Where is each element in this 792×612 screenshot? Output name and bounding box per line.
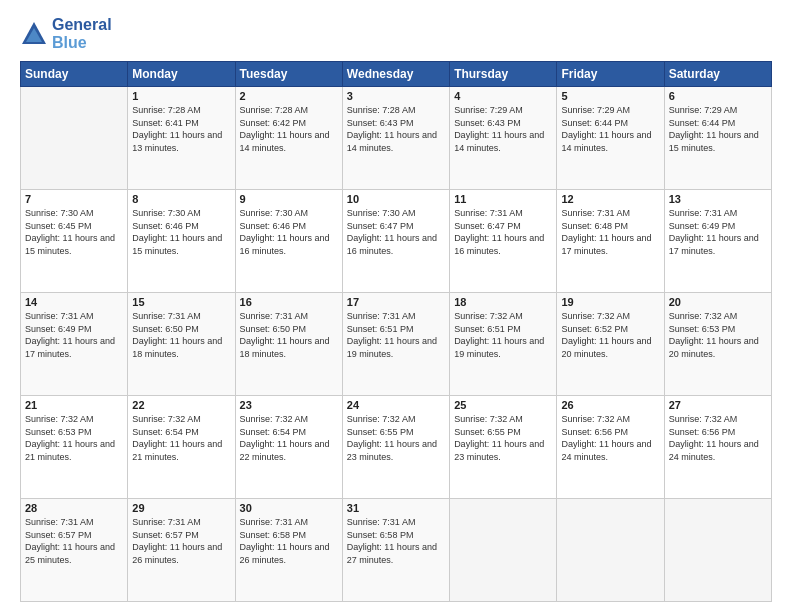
calendar-day: 26Sunrise: 7:32 AMSunset: 6:56 PMDayligh… xyxy=(557,396,664,499)
day-info: Sunrise: 7:31 AMSunset: 6:49 PMDaylight:… xyxy=(25,310,123,360)
calendar-day: 15Sunrise: 7:31 AMSunset: 6:50 PMDayligh… xyxy=(128,293,235,396)
day-number: 30 xyxy=(240,502,338,514)
day-info: Sunrise: 7:32 AMSunset: 6:56 PMDaylight:… xyxy=(561,413,659,463)
day-info: Sunrise: 7:32 AMSunset: 6:52 PMDaylight:… xyxy=(561,310,659,360)
day-info: Sunrise: 7:31 AMSunset: 6:49 PMDaylight:… xyxy=(669,207,767,257)
day-number: 25 xyxy=(454,399,552,411)
calendar-day: 21Sunrise: 7:32 AMSunset: 6:53 PMDayligh… xyxy=(21,396,128,499)
calendar-day: 30Sunrise: 7:31 AMSunset: 6:58 PMDayligh… xyxy=(235,499,342,602)
day-number: 5 xyxy=(561,90,659,102)
day-info: Sunrise: 7:32 AMSunset: 6:54 PMDaylight:… xyxy=(240,413,338,463)
day-number: 9 xyxy=(240,193,338,205)
weekday-header: Wednesday xyxy=(342,62,449,87)
calendar-week: 14Sunrise: 7:31 AMSunset: 6:49 PMDayligh… xyxy=(21,293,772,396)
day-number: 20 xyxy=(669,296,767,308)
calendar-day: 2Sunrise: 7:28 AMSunset: 6:42 PMDaylight… xyxy=(235,87,342,190)
calendar-week: 28Sunrise: 7:31 AMSunset: 6:57 PMDayligh… xyxy=(21,499,772,602)
day-number: 13 xyxy=(669,193,767,205)
calendar-day: 17Sunrise: 7:31 AMSunset: 6:51 PMDayligh… xyxy=(342,293,449,396)
day-number: 19 xyxy=(561,296,659,308)
day-number: 2 xyxy=(240,90,338,102)
calendar-day: 5Sunrise: 7:29 AMSunset: 6:44 PMDaylight… xyxy=(557,87,664,190)
day-number: 15 xyxy=(132,296,230,308)
day-number: 1 xyxy=(132,90,230,102)
calendar-day: 6Sunrise: 7:29 AMSunset: 6:44 PMDaylight… xyxy=(664,87,771,190)
calendar-day: 27Sunrise: 7:32 AMSunset: 6:56 PMDayligh… xyxy=(664,396,771,499)
calendar-week: 21Sunrise: 7:32 AMSunset: 6:53 PMDayligh… xyxy=(21,396,772,499)
calendar-day: 1Sunrise: 7:28 AMSunset: 6:41 PMDaylight… xyxy=(128,87,235,190)
calendar-day: 4Sunrise: 7:29 AMSunset: 6:43 PMDaylight… xyxy=(450,87,557,190)
day-info: Sunrise: 7:28 AMSunset: 6:41 PMDaylight:… xyxy=(132,104,230,154)
calendar-day xyxy=(450,499,557,602)
day-number: 26 xyxy=(561,399,659,411)
weekday-header: Tuesday xyxy=(235,62,342,87)
calendar-day: 12Sunrise: 7:31 AMSunset: 6:48 PMDayligh… xyxy=(557,190,664,293)
day-info: Sunrise: 7:30 AMSunset: 6:47 PMDaylight:… xyxy=(347,207,445,257)
weekday-header: Thursday xyxy=(450,62,557,87)
calendar-day: 8Sunrise: 7:30 AMSunset: 6:46 PMDaylight… xyxy=(128,190,235,293)
day-info: Sunrise: 7:29 AMSunset: 6:44 PMDaylight:… xyxy=(561,104,659,154)
day-info: Sunrise: 7:30 AMSunset: 6:46 PMDaylight:… xyxy=(240,207,338,257)
day-number: 3 xyxy=(347,90,445,102)
day-info: Sunrise: 7:28 AMSunset: 6:42 PMDaylight:… xyxy=(240,104,338,154)
day-info: Sunrise: 7:31 AMSunset: 6:48 PMDaylight:… xyxy=(561,207,659,257)
page: General Blue SundayMondayTuesdayWednesda… xyxy=(0,0,792,612)
day-number: 4 xyxy=(454,90,552,102)
calendar-day: 29Sunrise: 7:31 AMSunset: 6:57 PMDayligh… xyxy=(128,499,235,602)
calendar-day: 9Sunrise: 7:30 AMSunset: 6:46 PMDaylight… xyxy=(235,190,342,293)
calendar-day: 16Sunrise: 7:31 AMSunset: 6:50 PMDayligh… xyxy=(235,293,342,396)
day-info: Sunrise: 7:32 AMSunset: 6:51 PMDaylight:… xyxy=(454,310,552,360)
day-number: 11 xyxy=(454,193,552,205)
day-info: Sunrise: 7:31 AMSunset: 6:50 PMDaylight:… xyxy=(132,310,230,360)
day-number: 12 xyxy=(561,193,659,205)
logo-icon xyxy=(20,20,48,48)
day-info: Sunrise: 7:31 AMSunset: 6:58 PMDaylight:… xyxy=(240,516,338,566)
calendar-body: 1Sunrise: 7:28 AMSunset: 6:41 PMDaylight… xyxy=(21,87,772,602)
calendar-day: 13Sunrise: 7:31 AMSunset: 6:49 PMDayligh… xyxy=(664,190,771,293)
day-info: Sunrise: 7:30 AMSunset: 6:46 PMDaylight:… xyxy=(132,207,230,257)
calendar-day: 23Sunrise: 7:32 AMSunset: 6:54 PMDayligh… xyxy=(235,396,342,499)
day-number: 21 xyxy=(25,399,123,411)
weekday-header: Friday xyxy=(557,62,664,87)
day-number: 24 xyxy=(347,399,445,411)
day-info: Sunrise: 7:32 AMSunset: 6:55 PMDaylight:… xyxy=(347,413,445,463)
day-number: 27 xyxy=(669,399,767,411)
calendar-week: 7Sunrise: 7:30 AMSunset: 6:45 PMDaylight… xyxy=(21,190,772,293)
calendar-day xyxy=(664,499,771,602)
day-info: Sunrise: 7:29 AMSunset: 6:43 PMDaylight:… xyxy=(454,104,552,154)
day-number: 23 xyxy=(240,399,338,411)
calendar-day xyxy=(557,499,664,602)
day-number: 18 xyxy=(454,296,552,308)
day-number: 6 xyxy=(669,90,767,102)
calendar-day: 25Sunrise: 7:32 AMSunset: 6:55 PMDayligh… xyxy=(450,396,557,499)
day-info: Sunrise: 7:31 AMSunset: 6:51 PMDaylight:… xyxy=(347,310,445,360)
day-info: Sunrise: 7:32 AMSunset: 6:53 PMDaylight:… xyxy=(669,310,767,360)
calendar-day: 28Sunrise: 7:31 AMSunset: 6:57 PMDayligh… xyxy=(21,499,128,602)
calendar-day: 19Sunrise: 7:32 AMSunset: 6:52 PMDayligh… xyxy=(557,293,664,396)
calendar-day: 20Sunrise: 7:32 AMSunset: 6:53 PMDayligh… xyxy=(664,293,771,396)
calendar-header: SundayMondayTuesdayWednesdayThursdayFrid… xyxy=(21,62,772,87)
day-number: 10 xyxy=(347,193,445,205)
day-info: Sunrise: 7:32 AMSunset: 6:54 PMDaylight:… xyxy=(132,413,230,463)
day-number: 28 xyxy=(25,502,123,514)
calendar-day: 24Sunrise: 7:32 AMSunset: 6:55 PMDayligh… xyxy=(342,396,449,499)
calendar-day: 22Sunrise: 7:32 AMSunset: 6:54 PMDayligh… xyxy=(128,396,235,499)
calendar-day xyxy=(21,87,128,190)
weekday-header: Sunday xyxy=(21,62,128,87)
day-info: Sunrise: 7:30 AMSunset: 6:45 PMDaylight:… xyxy=(25,207,123,257)
calendar-day: 3Sunrise: 7:28 AMSunset: 6:43 PMDaylight… xyxy=(342,87,449,190)
logo-text: General Blue xyxy=(52,16,112,51)
day-number: 14 xyxy=(25,296,123,308)
day-info: Sunrise: 7:31 AMSunset: 6:57 PMDaylight:… xyxy=(132,516,230,566)
day-info: Sunrise: 7:32 AMSunset: 6:56 PMDaylight:… xyxy=(669,413,767,463)
day-info: Sunrise: 7:31 AMSunset: 6:57 PMDaylight:… xyxy=(25,516,123,566)
calendar-day: 31Sunrise: 7:31 AMSunset: 6:58 PMDayligh… xyxy=(342,499,449,602)
day-info: Sunrise: 7:29 AMSunset: 6:44 PMDaylight:… xyxy=(669,104,767,154)
weekday-row: SundayMondayTuesdayWednesdayThursdayFrid… xyxy=(21,62,772,87)
day-number: 17 xyxy=(347,296,445,308)
day-number: 7 xyxy=(25,193,123,205)
day-number: 22 xyxy=(132,399,230,411)
day-info: Sunrise: 7:32 AMSunset: 6:55 PMDaylight:… xyxy=(454,413,552,463)
weekday-header: Saturday xyxy=(664,62,771,87)
day-info: Sunrise: 7:31 AMSunset: 6:47 PMDaylight:… xyxy=(454,207,552,257)
